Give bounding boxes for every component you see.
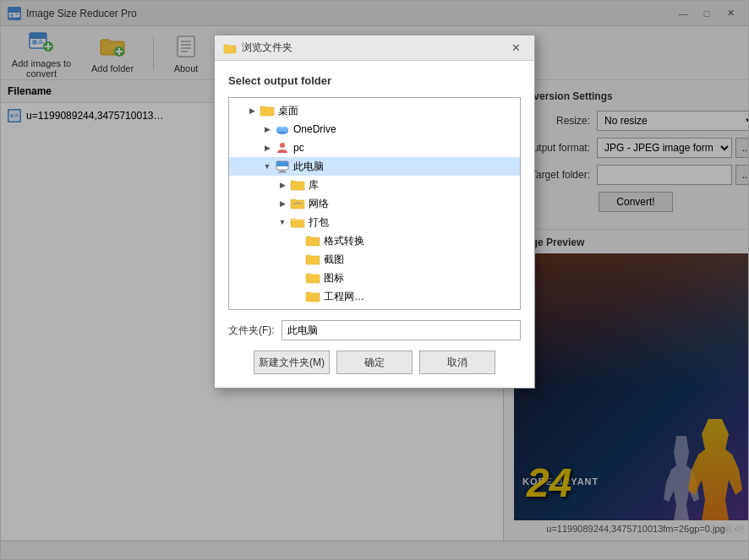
tree-item-label: 截图 (324, 253, 344, 267)
tree-item-label: pc (293, 142, 304, 154)
tree-item-label: OneDrive (293, 123, 336, 135)
tree-item[interactable]: ▶ pc (229, 139, 520, 157)
svg-point-27 (280, 143, 285, 148)
folder-name-row: 文件夹(F): (228, 320, 521, 340)
folder-icon (305, 290, 320, 303)
folder-name-label: 文件夹(F): (228, 323, 275, 338)
svg-point-26 (282, 127, 288, 132)
tree-expand-icon[interactable]: ▶ (260, 125, 275, 133)
tree-expand-icon[interactable]: ▼ (275, 218, 290, 226)
modal-title-icon (223, 41, 237, 55)
tree-item[interactable]: ▼ 此电脑 (229, 157, 520, 176)
modal-overlay: 浏览文件夹 ✕ Select output folder ▶ 桌面 (1, 1, 748, 559)
tree-expand-icon[interactable]: ▶ (275, 199, 290, 208)
tree-item[interactable]: ▼ 打包 (229, 213, 520, 231)
folder-icon (305, 253, 320, 266)
tree-item-label: 打包 (309, 215, 329, 230)
tree-expand-icon[interactable]: ▶ (275, 181, 290, 189)
tree-item-label: 此电脑 (293, 160, 324, 174)
ok-button[interactable]: 确定 (336, 351, 413, 374)
tree-expand-icon[interactable]: ▼ (260, 162, 275, 171)
computer-icon (275, 160, 290, 173)
tree-view[interactable]: ▶ 桌面 ▶ (228, 97, 521, 310)
tree-expand-icon[interactable]: ▶ (244, 106, 260, 115)
svg-rect-30 (280, 171, 285, 172)
svg-rect-29 (276, 161, 288, 166)
folder-icon (260, 104, 275, 117)
tree-item-label: 格式转换 (324, 234, 364, 248)
tree-item[interactable]: 工程网… (229, 287, 520, 306)
tree-item[interactable]: ▶ 网络 (229, 194, 520, 213)
tree-item[interactable]: 格式转换 (229, 231, 520, 250)
user-icon (275, 141, 290, 155)
tree-item-label: 库 (309, 178, 319, 193)
modal-instruction: Select output folder (228, 74, 521, 87)
folder-icon (305, 271, 320, 285)
cancel-button[interactable]: 取消 (419, 351, 495, 374)
tree-item-label: 图标 (324, 271, 344, 285)
new-folder-button[interactable]: 新建文件夹(M) (254, 351, 330, 374)
modal-dialog: 浏览文件夹 ✕ Select output folder ▶ 桌面 (214, 35, 535, 389)
tree-expand-icon[interactable]: ▶ (260, 144, 275, 152)
tree-item[interactable]: 截图 (229, 250, 520, 269)
folder-icon (305, 234, 320, 247)
tree-item-label: 工程网… (324, 290, 364, 304)
tree-item[interactable]: 图标 (229, 269, 520, 287)
tree-item-label: 网络 (309, 197, 329, 211)
tree-item[interactable]: ▶ 桌面 (229, 101, 520, 120)
modal-buttons: 新建文件夹(M) 确定 取消 (228, 351, 521, 374)
folder-name-input[interactable] (282, 320, 521, 340)
modal-close-button[interactable]: ✕ (506, 40, 526, 57)
modal-body: Select output folder ▶ 桌面 (215, 61, 534, 388)
network-icon (290, 197, 305, 210)
svg-rect-31 (278, 172, 287, 173)
folder-open-icon (290, 215, 305, 229)
tree-item[interactable]: ▶ 库 (229, 176, 520, 194)
modal-title-bar: 浏览文件夹 ✕ (215, 35, 534, 61)
folder-icon (290, 178, 305, 192)
tree-item[interactable]: ▶ OneDrive (229, 120, 520, 139)
modal-title-text: 浏览文件夹 (242, 41, 506, 55)
app-window: Image Size Reducer Pro — □ ✕ Add images … (0, 0, 749, 560)
tree-item-label: 桌面 (278, 104, 298, 118)
onedrive-icon (275, 122, 290, 136)
